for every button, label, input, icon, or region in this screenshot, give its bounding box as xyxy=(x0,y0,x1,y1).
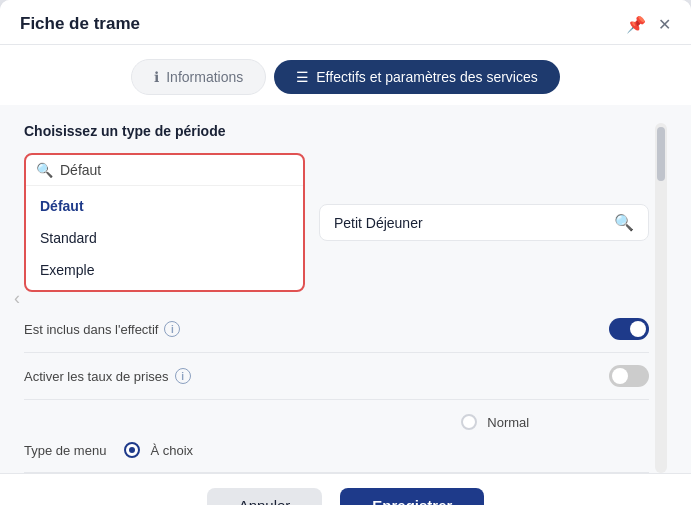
list-icon: ☰ xyxy=(296,69,309,85)
tab-informations-label: Informations xyxy=(166,69,243,85)
dropdown-option-exemple[interactable]: Exemple xyxy=(26,254,303,286)
left-arrow-icon[interactable]: ‹ xyxy=(14,288,20,309)
toggle-inclus-row: Est inclus dans l'effectif i xyxy=(24,306,649,353)
dropdown-options: Défaut Standard Exemple xyxy=(26,186,303,290)
toggle-inclus-knob xyxy=(630,321,646,337)
body-wrapper: ‹ Choisissez un type de période 🔍 Défaut… xyxy=(24,123,667,473)
type-menu-label: Type de menu xyxy=(24,443,106,458)
scrollbar-thumb[interactable] xyxy=(657,127,665,181)
header-actions: 📌 ✕ xyxy=(626,15,671,34)
radio-normal[interactable] xyxy=(461,414,477,430)
toggle-taux-text: Activer les taux de prises xyxy=(24,369,169,384)
dropdown-search-icon: 🔍 xyxy=(36,162,53,178)
radio-achoix-label: À choix xyxy=(150,443,193,458)
modal-title: Fiche de trame xyxy=(20,14,140,34)
radio-normal-label: Normal xyxy=(487,415,529,430)
close-icon[interactable]: ✕ xyxy=(658,15,671,34)
radio-normal-row: Normal xyxy=(342,410,650,434)
tab-effectifs-label: Effectifs et paramètres des services xyxy=(316,69,538,85)
toggle-taux-info-icon: i xyxy=(175,368,191,384)
save-button[interactable]: Enregistrer xyxy=(340,488,484,505)
service-search-input[interactable] xyxy=(334,215,606,231)
modal: Fiche de trame 📌 ✕ ℹ Informations ☰ Effe… xyxy=(0,0,691,505)
dropdown-option-default[interactable]: Défaut xyxy=(26,190,303,222)
radio-achoix[interactable] xyxy=(124,442,140,458)
toggle-taux[interactable] xyxy=(609,365,649,387)
tab-informations[interactable]: ℹ Informations xyxy=(131,59,266,95)
period-dropdown[interactable]: 🔍 Défaut Standard Exemple xyxy=(24,153,305,292)
dropdown-row: 🔍 Défaut Standard Exemple 🔍 xyxy=(24,153,649,292)
dropdown-search-row: 🔍 xyxy=(26,155,303,186)
toggle-taux-row: Activer les taux de prises i xyxy=(24,353,649,400)
info-icon: ℹ xyxy=(154,69,159,85)
pin-icon[interactable]: 📌 xyxy=(626,15,646,34)
modal-header: Fiche de trame 📌 ✕ xyxy=(0,0,691,45)
toggle-taux-knob xyxy=(612,368,628,384)
radio-achoix-row: À choix xyxy=(124,438,193,462)
period-label: Choisissez un type de période xyxy=(24,123,649,139)
tab-bar: ℹ Informations ☰ Effectifs et paramètres… xyxy=(0,45,691,105)
dropdown-search-input[interactable] xyxy=(60,162,180,178)
tab-effectifs[interactable]: ☰ Effectifs et paramètres des services xyxy=(274,60,560,94)
service-search-icon[interactable]: 🔍 xyxy=(614,213,634,232)
toggle-inclus[interactable] xyxy=(609,318,649,340)
toggle-inclus-text: Est inclus dans l'effectif xyxy=(24,322,158,337)
toggle-taux-label: Activer les taux de prises i xyxy=(24,368,601,384)
modal-body: ‹ Choisissez un type de période 🔍 Défaut… xyxy=(0,105,691,473)
scrollbar[interactable] xyxy=(655,123,667,473)
toggle-inclus-info-icon: i xyxy=(164,321,180,337)
dropdown-option-standard[interactable]: Standard xyxy=(26,222,303,254)
modal-footer: Annuler Enregistrer xyxy=(0,473,691,505)
cancel-button[interactable]: Annuler xyxy=(207,488,323,505)
toggle-inclus-label: Est inclus dans l'effectif i xyxy=(24,321,601,337)
service-search-box: 🔍 xyxy=(319,204,649,241)
type-menu-section: Normal Type de menu À choix xyxy=(24,400,649,473)
